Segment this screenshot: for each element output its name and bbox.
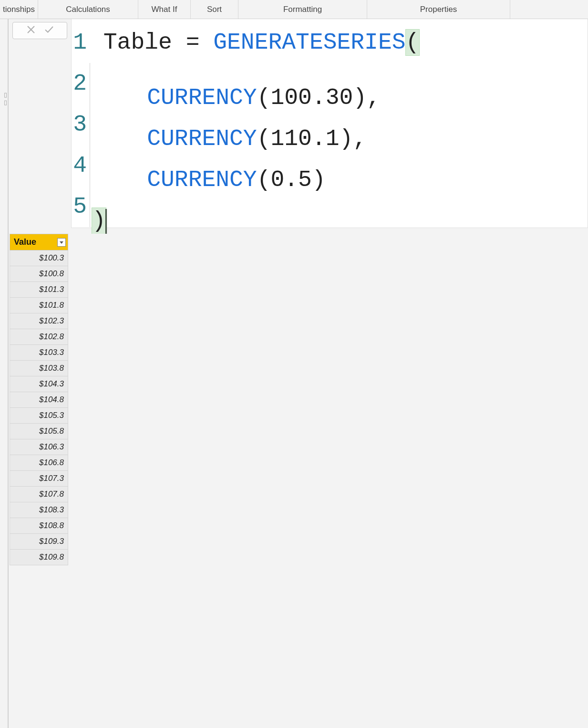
rail-glyph: ▯ (4, 99, 7, 105)
code-line[interactable]: 3 CURRENCY(110.1), (72, 104, 588, 145)
token (90, 30, 103, 55)
dax-editor[interactable]: 1 Table = GENERATESERIES(2 CURRENCY(100.… (71, 19, 588, 228)
commit-icon[interactable] (44, 24, 54, 37)
formula-commit-controls (12, 22, 67, 39)
cell-value[interactable]: $105.3 (10, 408, 68, 424)
table-row[interactable]: $102.8 (10, 329, 68, 345)
table-row[interactable]: $104.8 (10, 392, 68, 408)
token: ( (406, 30, 420, 55)
cell-value[interactable]: $107.8 (10, 487, 68, 502)
ribbon-group-calculations: Calculations (38, 0, 138, 19)
code-line[interactable]: 2 CURRENCY(100.30), (72, 63, 588, 104)
ribbon: tionshipsCalculationsWhat IfSortFormatti… (0, 0, 588, 19)
token: ) (312, 167, 326, 193)
cell-value[interactable]: $108.8 (10, 518, 68, 534)
code-text[interactable]: ) (90, 186, 107, 241)
table-row[interactable]: $106.3 (10, 439, 68, 455)
line-number: 4 (72, 145, 90, 186)
ribbon-group-sort: Sort (191, 0, 238, 19)
table-row[interactable]: $100.8 (10, 266, 68, 282)
code-text[interactable]: Table = GENERATESERIES( (90, 22, 419, 63)
cell-value[interactable]: $102.3 (10, 313, 68, 329)
data-table: Value $100.3$100.8$101.3$101.8$102.3$102… (10, 234, 68, 565)
token: GENERATESERIES (213, 30, 405, 55)
cell-value[interactable]: $103.8 (10, 361, 68, 376)
table-row[interactable]: $100.3 (10, 250, 68, 266)
table-row[interactable]: $108.8 (10, 518, 68, 534)
cell-value[interactable]: $103.3 (10, 345, 68, 361)
line-number: 5 (72, 186, 90, 227)
table-row[interactable]: $102.3 (10, 313, 68, 329)
cell-value[interactable]: $106.3 (10, 439, 68, 455)
column-header-label: Value (14, 237, 36, 247)
table-row[interactable]: $107.8 (10, 487, 68, 502)
table-row[interactable]: $105.8 (10, 424, 68, 439)
token: ) (92, 208, 106, 234)
table-row[interactable]: $107.3 (10, 471, 68, 487)
ribbon-group-tionships: tionships (0, 0, 38, 19)
cell-value[interactable]: $109.3 (10, 534, 68, 550)
formula-bar-row: 1 Table = GENERATESERIES(2 CURRENCY(100.… (10, 19, 588, 229)
table-row[interactable]: $109.3 (10, 534, 68, 550)
cell-value[interactable]: $102.8 (10, 329, 68, 345)
ribbon-group-formatting: Formatting (238, 0, 367, 19)
table-row[interactable]: $103.3 (10, 345, 68, 361)
ribbon-group-properties: Properties (367, 0, 510, 19)
cell-value[interactable]: $100.8 (10, 266, 68, 282)
cell-value[interactable]: $104.3 (10, 376, 68, 392)
column-header-value[interactable]: Value (10, 234, 68, 250)
cell-value[interactable]: $106.8 (10, 455, 68, 471)
svg-marker-2 (60, 241, 63, 244)
table-row[interactable]: $104.3 (10, 376, 68, 392)
table-row[interactable]: $101.8 (10, 298, 68, 313)
token: ( (257, 167, 271, 193)
ribbon-group-what-if: What If (138, 0, 191, 19)
data-grid-area: Value $100.3$100.8$101.3$101.8$102.3$102… (10, 234, 588, 728)
token: Table = (103, 30, 213, 55)
left-side-rail: ▯ ▯ (0, 19, 9, 728)
column-filter-button[interactable] (57, 238, 66, 247)
table-row[interactable]: $106.8 (10, 455, 68, 471)
cell-value[interactable]: $109.8 (10, 550, 68, 565)
cell-value[interactable]: $100.3 (10, 250, 68, 266)
content-area: 1 Table = GENERATESERIES(2 CURRENCY(100.… (10, 19, 588, 728)
code-line[interactable]: 1 Table = GENERATESERIES( (72, 22, 588, 63)
line-number: 1 (72, 22, 90, 63)
cell-value[interactable]: $104.8 (10, 392, 68, 408)
table-row[interactable]: $108.3 (10, 502, 68, 518)
table-row[interactable]: $103.8 (10, 361, 68, 376)
cell-value[interactable]: $101.3 (10, 282, 68, 298)
table-row[interactable]: $105.3 (10, 408, 68, 424)
cell-value[interactable]: $101.8 (10, 298, 68, 313)
table-row[interactable]: $109.8 (10, 550, 68, 565)
token: ), (340, 126, 367, 152)
rail-glyph: ▯ (4, 92, 7, 98)
cell-value[interactable]: $108.3 (10, 502, 68, 518)
cell-value[interactable]: $105.8 (10, 424, 68, 439)
token: CURRENCY (147, 167, 257, 193)
token: 0.5 (270, 167, 311, 193)
line-number: 2 (72, 63, 90, 104)
cancel-icon[interactable] (26, 24, 36, 37)
code-text[interactable]: CURRENCY(0.5) (90, 145, 326, 200)
table-row[interactable]: $101.3 (10, 282, 68, 298)
cell-value[interactable]: $107.3 (10, 471, 68, 487)
line-number: 3 (72, 104, 90, 145)
